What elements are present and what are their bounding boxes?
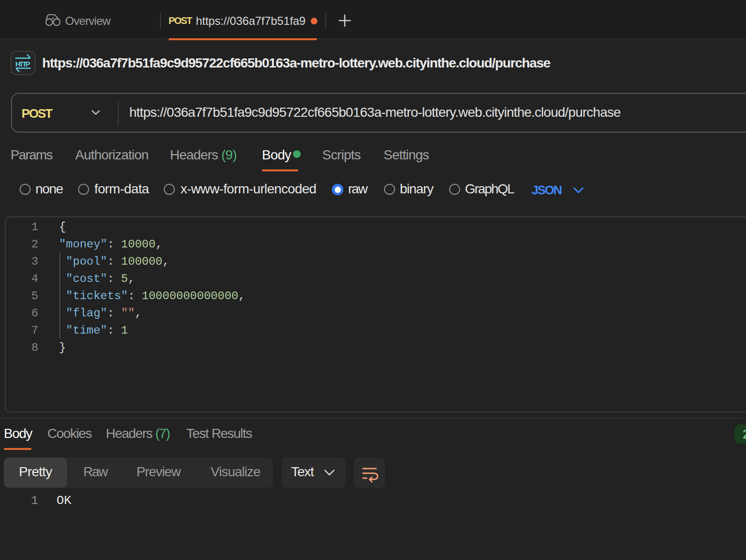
- svg-text:HTTP: HTTP: [15, 60, 30, 68]
